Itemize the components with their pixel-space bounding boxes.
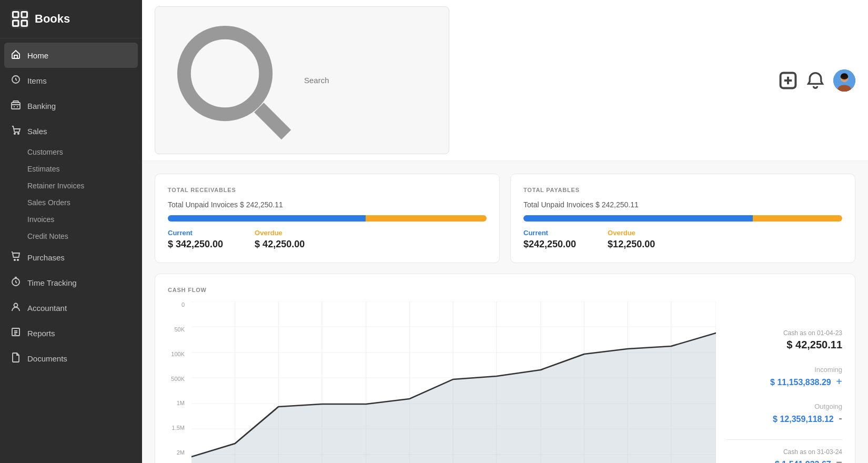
sidebar-item-banking[interactable]: Banking bbox=[0, 93, 142, 118]
receivables-overdue-value: $ 42,250.00 bbox=[255, 239, 305, 250]
notifications-button[interactable] bbox=[806, 71, 825, 90]
cash-start-value: $ 42,250.11 bbox=[726, 339, 842, 351]
payables-amounts: Current $242,250.00 Overdue $12,250.00 bbox=[523, 229, 842, 250]
payables-overdue-group: Overdue $12,250.00 bbox=[608, 229, 655, 250]
receivables-overdue-bar bbox=[366, 215, 487, 222]
banking-icon bbox=[11, 99, 21, 112]
sidebar-sub-estimates[interactable]: Estimates bbox=[0, 160, 142, 177]
svg-rect-5 bbox=[12, 103, 20, 109]
cashflow-inner: 2.5M 2M 1.5M 1M 500K 100K 50K 0 bbox=[168, 301, 842, 463]
payables-overdue-value: $12,250.00 bbox=[608, 239, 655, 250]
sidebar: Books Home Items bbox=[0, 0, 142, 463]
time-tracking-icon bbox=[11, 276, 21, 289]
incoming-value: $ 11,153,838.29 + bbox=[726, 376, 842, 388]
sidebar-item-accountant[interactable]: Accountant bbox=[0, 295, 142, 320]
credit-notes-label: Credit Notes bbox=[27, 232, 68, 240]
sidebar-sub-retainer-invoices[interactable]: Retainer Invoices bbox=[0, 177, 142, 194]
svg-point-9 bbox=[17, 259, 18, 260]
sidebar-item-purchases[interactable]: Purchases bbox=[0, 245, 142, 270]
app-name: Books bbox=[35, 12, 70, 26]
receivables-title: TOTAL RECEIVABLES bbox=[168, 187, 487, 193]
outgoing-value: $ 12,359,118.12 - bbox=[726, 412, 842, 425]
invoices-label: Invoices bbox=[27, 215, 54, 224]
chart-svg-wrapper bbox=[191, 301, 716, 463]
outgoing-group: Outgoing $ 12,359,118.12 - bbox=[726, 402, 842, 425]
search-container[interactable] bbox=[155, 6, 449, 154]
sidebar-item-time-tracking[interactable]: Time Tracking bbox=[0, 270, 142, 295]
header bbox=[142, 0, 868, 161]
reports-label: Reports bbox=[27, 329, 55, 338]
svg-point-13 bbox=[184, 33, 266, 114]
receivables-unpaid: Total Unpaid Invoices $ 242,250.11 bbox=[168, 200, 487, 209]
items-icon bbox=[11, 74, 21, 87]
receivables-card: TOTAL RECEIVABLES Total Unpaid Invoices … bbox=[155, 174, 500, 263]
retainer-invoices-label: Retainer Invoices bbox=[27, 182, 84, 190]
svg-rect-3 bbox=[22, 21, 27, 26]
sidebar-item-sales[interactable]: Sales bbox=[0, 118, 142, 144]
sidebar-sub-invoices[interactable]: Invoices bbox=[0, 211, 142, 228]
receivables-progress-bar bbox=[168, 215, 487, 222]
avatar[interactable] bbox=[833, 69, 855, 92]
logo-icon bbox=[11, 9, 29, 28]
cash-end-date: Cash as on 31-03-24 bbox=[726, 448, 842, 456]
receivables-current-value: $ 342,250.00 bbox=[168, 239, 223, 250]
sidebar-item-items[interactable]: Items bbox=[0, 68, 142, 93]
payables-progress-bar bbox=[523, 215, 842, 222]
customers-label: Customers bbox=[27, 148, 63, 156]
documents-icon bbox=[11, 352, 21, 365]
cash-start-date: Cash as on 01-04-23 bbox=[726, 329, 842, 337]
search-input[interactable] bbox=[304, 76, 440, 85]
svg-point-7 bbox=[18, 133, 19, 134]
search-icon bbox=[164, 12, 300, 148]
add-button[interactable] bbox=[779, 71, 798, 90]
incoming-group: Incoming $ 11,153,838.29 + bbox=[726, 366, 842, 388]
cashflow-chart bbox=[191, 301, 716, 463]
home-icon bbox=[11, 49, 21, 62]
sidebar-item-documents[interactable]: Documents bbox=[0, 346, 142, 371]
payables-unpaid: Total Unpaid Invoices $ 242,250.11 bbox=[523, 200, 842, 209]
estimates-label: Estimates bbox=[27, 165, 59, 173]
payables-current-label: Current bbox=[523, 229, 576, 237]
documents-label: Documents bbox=[27, 354, 67, 363]
outgoing-label: Outgoing bbox=[726, 402, 842, 410]
cash-end-value: $ 1,541,933.67 = bbox=[726, 458, 842, 464]
sidebar-sub-customers[interactable]: Customers bbox=[0, 144, 142, 160]
payables-current-bar bbox=[523, 215, 753, 222]
receivables-overdue-label: Overdue bbox=[255, 229, 305, 237]
receivables-current-label: Current bbox=[168, 229, 223, 237]
time-tracking-label: Time Tracking bbox=[27, 278, 77, 287]
header-actions bbox=[779, 69, 855, 92]
receivables-current-bar bbox=[168, 215, 366, 222]
payables-current-value: $242,250.00 bbox=[523, 239, 576, 250]
sidebar-item-home[interactable]: Home bbox=[4, 43, 138, 68]
sidebar-sub-credit-notes[interactable]: Credit Notes bbox=[0, 228, 142, 245]
receivables-current-group: Current $ 342,250.00 bbox=[168, 229, 223, 250]
cash-start-group: Cash as on 01-04-23 $ 42,250.11 bbox=[726, 329, 842, 351]
svg-point-20 bbox=[841, 73, 848, 77]
sidebar-item-reports[interactable]: Reports bbox=[0, 320, 142, 346]
sidebar-sub-sales-orders[interactable]: Sales Orders bbox=[0, 194, 142, 211]
cash-end-sign: = bbox=[836, 458, 842, 464]
purchases-icon bbox=[11, 251, 21, 264]
payables-title: TOTAL PAYABLES bbox=[523, 187, 842, 193]
summary-cards-row: TOTAL RECEIVABLES Total Unpaid Invoices … bbox=[155, 174, 855, 263]
payables-overdue-label: Overdue bbox=[608, 229, 655, 237]
svg-rect-12 bbox=[12, 328, 19, 336]
chart-area: 2.5M 2M 1.5M 1M 500K 100K 50K 0 bbox=[168, 301, 716, 463]
purchases-label: Purchases bbox=[27, 253, 65, 262]
app-logo: Books bbox=[0, 0, 142, 38]
payables-current-group: Current $242,250.00 bbox=[523, 229, 576, 250]
receivables-overdue-group: Overdue $ 42,250.00 bbox=[255, 229, 305, 250]
svg-point-8 bbox=[14, 259, 15, 260]
svg-rect-1 bbox=[13, 21, 19, 26]
cashflow-stats: Cash as on 01-04-23 $ 42,250.11 Incoming… bbox=[726, 301, 842, 463]
payables-card: TOTAL PAYABLES Total Unpaid Invoices $ 2… bbox=[510, 174, 855, 263]
sales-label: Sales bbox=[27, 127, 47, 136]
svg-rect-0 bbox=[13, 12, 19, 18]
cashflow-card: CASH FLOW 2.5M 2M 1.5M 1M 500K 100K 50K bbox=[155, 274, 855, 463]
content-area: TOTAL RECEIVABLES Total Unpaid Invoices … bbox=[142, 161, 868, 463]
svg-point-6 bbox=[14, 133, 15, 134]
receivables-amounts: Current $ 342,250.00 Overdue $ 42,250.00 bbox=[168, 229, 487, 250]
cash-end-group: Cash as on 31-03-24 $ 1,541,933.67 = bbox=[726, 439, 842, 464]
items-label: Items bbox=[27, 76, 47, 85]
